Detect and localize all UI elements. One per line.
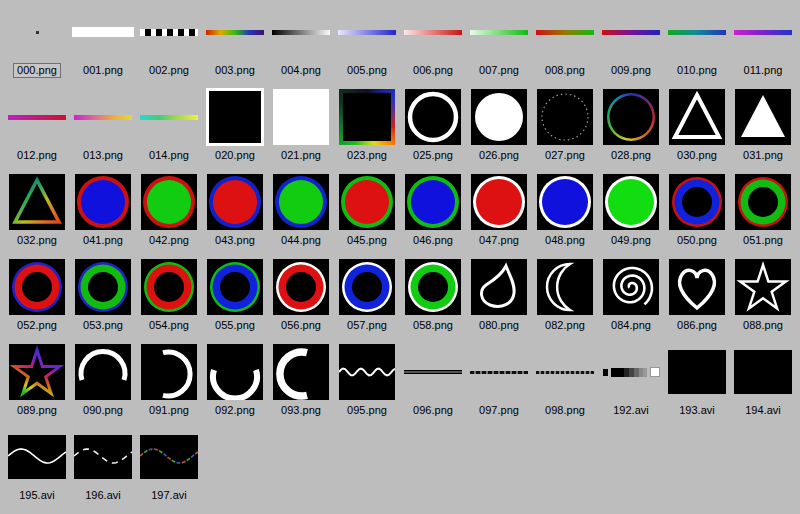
file-label: 007.png	[475, 63, 523, 78]
file-item[interactable]: 088.png	[730, 258, 796, 343]
file-item[interactable]: 025.png	[400, 88, 466, 173]
file-item[interactable]: 195.avi	[4, 428, 70, 513]
file-label: 009.png	[607, 63, 655, 78]
file-item[interactable]: 080.png	[466, 258, 532, 343]
file-item[interactable]: 021.png	[268, 88, 334, 173]
file-thumbnail	[4, 343, 70, 401]
file-thumbnail	[202, 3, 268, 61]
file-item[interactable]: 011.png	[730, 3, 796, 88]
file-label: 054.png	[145, 318, 193, 333]
file-item[interactable]: 084.png	[598, 258, 664, 343]
file-item[interactable]: 193.avi	[664, 343, 730, 428]
file-item[interactable]: 057.png	[334, 258, 400, 343]
file-item[interactable]: 054.png	[136, 258, 202, 343]
file-thumbnail	[664, 88, 730, 146]
file-thumbnail	[334, 173, 400, 231]
file-thumbnail	[334, 88, 400, 146]
file-item[interactable]: 046.png	[400, 173, 466, 258]
file-item[interactable]: 047.png	[466, 173, 532, 258]
file-item[interactable]: 044.png	[268, 173, 334, 258]
file-item[interactable]: 010.png	[664, 3, 730, 88]
file-thumbnail	[70, 258, 136, 316]
file-item[interactable]: 056.png	[268, 258, 334, 343]
file-item[interactable]: 020.png	[202, 88, 268, 173]
file-thumbnail	[730, 258, 796, 316]
file-item[interactable]: 097.png	[466, 343, 532, 428]
file-item[interactable]: 027.png	[532, 88, 598, 173]
file-item[interactable]: 012.png	[4, 88, 70, 173]
file-item[interactable]: 092.png	[202, 343, 268, 428]
file-item[interactable]: 043.png	[202, 173, 268, 258]
file-label: 089.png	[13, 403, 61, 418]
file-thumbnail	[136, 343, 202, 401]
file-item[interactable]: 041.png	[70, 173, 136, 258]
file-label: 195.avi	[15, 488, 58, 503]
file-item[interactable]: 023.png	[334, 88, 400, 173]
file-item[interactable]: 098.png	[532, 343, 598, 428]
file-item[interactable]: 032.png	[4, 173, 70, 258]
file-label: 193.avi	[675, 403, 718, 418]
file-item[interactable]: 082.png	[532, 258, 598, 343]
file-label: 080.png	[475, 318, 523, 333]
file-label: 053.png	[79, 318, 127, 333]
file-item[interactable]: 005.png	[334, 3, 400, 88]
file-item[interactable]: 052.png	[4, 258, 70, 343]
file-item[interactable]: 197.avi	[136, 428, 202, 513]
file-label: 090.png	[79, 403, 127, 418]
file-label: 044.png	[277, 233, 325, 248]
file-item[interactable]: 042.png	[136, 173, 202, 258]
file-thumbnail	[466, 3, 532, 61]
file-item[interactable]: 051.png	[730, 173, 796, 258]
file-label: 031.png	[739, 148, 787, 163]
file-item[interactable]: 030.png	[664, 88, 730, 173]
file-thumbnail	[532, 88, 598, 146]
file-label: 010.png	[673, 63, 721, 78]
file-item[interactable]: 058.png	[400, 258, 466, 343]
file-item[interactable]: 095.png	[334, 343, 400, 428]
file-item[interactable]: 014.png	[136, 88, 202, 173]
file-item[interactable]: 093.png	[268, 343, 334, 428]
file-item[interactable]: 007.png	[466, 3, 532, 88]
file-item[interactable]: 013.png	[70, 88, 136, 173]
file-item[interactable]: 049.png	[598, 173, 664, 258]
file-item[interactable]: 002.png	[136, 3, 202, 88]
file-thumbnail	[268, 88, 334, 146]
file-item[interactable]: 008.png	[532, 3, 598, 88]
file-label: 028.png	[607, 148, 655, 163]
file-item[interactable]: 090.png	[70, 343, 136, 428]
file-label: 023.png	[343, 148, 391, 163]
file-label: 048.png	[541, 233, 589, 248]
file-item[interactable]: 050.png	[664, 173, 730, 258]
file-label: 088.png	[739, 318, 787, 333]
file-item[interactable]: 003.png	[202, 3, 268, 88]
file-thumbnail	[664, 173, 730, 231]
file-item[interactable]: 089.png	[4, 343, 70, 428]
file-item[interactable]: 053.png	[70, 258, 136, 343]
file-item[interactable]: 196.avi	[70, 428, 136, 513]
file-thumbnail	[334, 343, 400, 401]
file-item[interactable]: 091.png	[136, 343, 202, 428]
file-item[interactable]: 086.png	[664, 258, 730, 343]
file-item[interactable]: 006.png	[400, 3, 466, 88]
file-item[interactable]: 096.png	[400, 343, 466, 428]
file-thumbnail	[136, 3, 202, 61]
file-thumbnail	[664, 258, 730, 316]
file-item[interactable]: 194.avi	[730, 343, 796, 428]
file-item[interactable]: 026.png	[466, 88, 532, 173]
file-item[interactable]: 192.avi	[598, 343, 664, 428]
file-label: 197.avi	[147, 488, 190, 503]
file-thumbnail	[730, 88, 796, 146]
file-item[interactable]: 000.png	[4, 3, 70, 88]
file-label: 055.png	[211, 318, 259, 333]
file-thumbnail	[334, 3, 400, 61]
file-label: 050.png	[673, 233, 721, 248]
file-item[interactable]: 048.png	[532, 173, 598, 258]
file-item[interactable]: 009.png	[598, 3, 664, 88]
file-item[interactable]: 031.png	[730, 88, 796, 173]
file-label: 091.png	[145, 403, 193, 418]
file-item[interactable]: 028.png	[598, 88, 664, 173]
file-item[interactable]: 004.png	[268, 3, 334, 88]
file-item[interactable]: 055.png	[202, 258, 268, 343]
file-item[interactable]: 001.png	[70, 3, 136, 88]
file-item[interactable]: 045.png	[334, 173, 400, 258]
